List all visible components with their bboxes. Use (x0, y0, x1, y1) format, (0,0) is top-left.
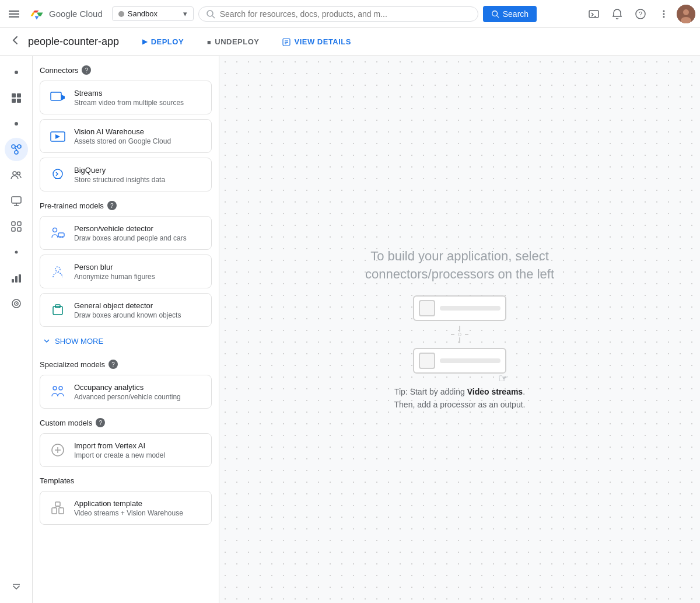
help-icon: ? (635, 8, 646, 20)
search-button[interactable]: Search (483, 6, 537, 22)
svg-rect-43 (15, 276, 18, 283)
canvas-diagram: ☞ (413, 295, 506, 374)
hamburger-menu[interactable] (5, 5, 23, 23)
pretrained-help-icon[interactable]: ? (107, 201, 117, 210)
nav-collapse-btn[interactable] (5, 575, 28, 598)
svg-rect-2 (9, 16, 19, 18)
app-template-card[interactable]: Application template Video streams + Vis… (40, 491, 212, 525)
person-blur-desc: Anonymize human figures (74, 273, 155, 281)
nav-item-people[interactable] (5, 163, 28, 187)
svg-point-57 (60, 236, 61, 238)
search-bar[interactable] (198, 6, 478, 22)
search-input[interactable] (220, 9, 471, 19)
templates-heading: Templates (40, 476, 212, 485)
connectors-help-icon[interactable]: ? (82, 65, 91, 75)
diagram-box-bottom-wrapper: ☞ (413, 348, 506, 374)
canvas-tip: Tip: Start by adding Video streams. Then… (394, 385, 526, 412)
page-title: people-counter-app (28, 36, 119, 48)
svg-marker-50 (61, 95, 65, 100)
person-blur-card[interactable]: Person blur Anonymize human figures (40, 255, 212, 288)
occupancy-title: Occupancy analytics (74, 383, 181, 392)
person-blur-text: Person blur Anonymize human figures (74, 263, 155, 281)
app-template-desc: Video streams + Vision Warehouse (74, 509, 183, 517)
person-vehicle-icon (48, 224, 67, 242)
more-vert-icon (658, 8, 670, 20)
diagram-connector-top (451, 326, 468, 343)
nav-icons: ? (583, 4, 695, 25)
vertex-import-text: Import from Vertex AI Import or create a… (74, 441, 165, 459)
svg-line-31 (15, 148, 17, 151)
dot3-icon (15, 250, 18, 254)
svg-rect-37 (12, 222, 15, 225)
nav-item-radio[interactable] (5, 292, 28, 315)
person-vehicle-card[interactable]: Person/vehicle detector Draw boxes aroun… (40, 216, 212, 250)
svg-point-58 (62, 236, 64, 238)
show-more-btn[interactable]: SHOW MORE (40, 332, 212, 350)
specialized-heading: Specialized models ? (40, 360, 212, 369)
svg-rect-42 (12, 279, 14, 283)
streams-card[interactable]: Streams Stream video from multiple sourc… (40, 81, 212, 114)
occupancy-card[interactable]: Occupancy analytics Advanced person/vehi… (40, 375, 212, 409)
app-template-title: Application template (74, 499, 183, 508)
streams-desc: Stream video from multiple sources (74, 99, 184, 107)
svg-rect-69 (55, 502, 60, 506)
project-selector[interactable]: Sandbox ▾ (112, 6, 194, 21)
project-dot (118, 11, 124, 17)
svg-point-32 (13, 172, 16, 175)
pretrained-heading: Pre-trained models ? (40, 201, 212, 210)
canvas-hint: To build your application, select connec… (365, 248, 554, 284)
top-nav: Google Cloud Sandbox ▾ Search ? (0, 0, 700, 28)
v-line-2 (459, 337, 460, 343)
nav-item-dot3[interactable] (5, 240, 28, 264)
vision-warehouse-card[interactable]: Vision AI Warehouse Assets stored on Goo… (40, 119, 212, 153)
bigquery-card[interactable]: BigQuery Store structured insights data (40, 158, 212, 191)
connectors-heading: Connectors ? (40, 65, 212, 75)
nav-item-dashboard[interactable] (5, 86, 28, 110)
dot-icon (14, 70, 19, 75)
help-btn[interactable]: ? (630, 4, 651, 25)
svg-point-12 (663, 13, 665, 15)
view-details-button[interactable]: VIEW DETAILS (275, 34, 358, 50)
back-button[interactable] (9, 34, 21, 49)
notifications-btn[interactable] (607, 4, 628, 25)
vertex-import-card[interactable]: Import from Vertex AI Import or create a… (40, 433, 212, 467)
svg-rect-0 (9, 11, 19, 12)
svg-rect-24 (12, 99, 16, 103)
chevron-down-icon: ▾ (183, 9, 187, 18)
deploy-button[interactable]: ▶ DEPLOY (135, 34, 191, 50)
terminal-icon-btn[interactable] (583, 4, 604, 25)
general-object-card[interactable]: General object detector Draw boxes aroun… (40, 293, 212, 327)
nav-item-dot[interactable] (5, 61, 28, 84)
streams-icon (48, 88, 67, 107)
nav-item-dot2[interactable] (5, 112, 28, 135)
custom-help-icon[interactable]: ? (96, 418, 105, 427)
sidebar: Connectors ? Streams Stream video from m… (33, 56, 219, 603)
svg-point-41 (15, 251, 18, 254)
svg-point-27 (12, 145, 15, 148)
project-name: Sandbox (128, 9, 158, 18)
svg-rect-25 (17, 99, 21, 103)
specialized-help-icon[interactable]: ? (108, 360, 118, 369)
back-arrow-icon (9, 34, 21, 46)
terminal-icon (588, 8, 600, 20)
svg-rect-1 (9, 13, 19, 15)
nav-item-grid[interactable] (5, 215, 28, 238)
more-vert-btn[interactable] (653, 4, 674, 25)
avatar[interactable] (677, 5, 695, 23)
nav-item-chart[interactable] (5, 266, 28, 290)
streams-text: Streams Stream video from multiple sourc… (74, 89, 184, 107)
vertex-import-title: Import from Vertex AI (74, 441, 165, 450)
svg-point-59 (55, 267, 60, 271)
bigquery-text: BigQuery Store structured insights data (74, 166, 165, 184)
vision-warehouse-icon (48, 127, 67, 145)
nav-item-app[interactable] (5, 138, 28, 161)
svg-rect-49 (51, 92, 61, 100)
svg-line-4 (212, 16, 215, 18)
general-object-icon (48, 301, 67, 319)
svg-rect-44 (19, 274, 21, 283)
undeploy-button[interactable]: ■ UNDEPLOY (200, 34, 266, 50)
svg-rect-56 (58, 233, 64, 237)
nav-item-screen[interactable] (5, 189, 28, 212)
svg-point-62 (53, 386, 57, 390)
svg-point-55 (53, 228, 57, 232)
